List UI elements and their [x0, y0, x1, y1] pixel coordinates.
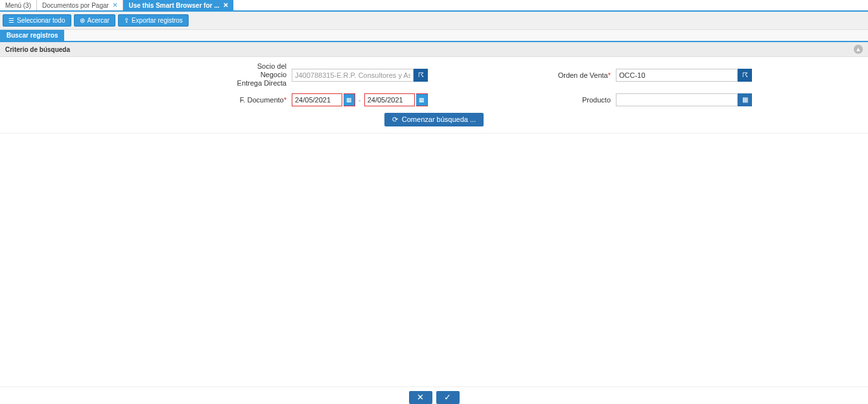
tab-docs-label: Documentos por Pagar: [42, 2, 109, 9]
select-all-button[interactable]: ☰ Seleccionar todo: [3, 14, 71, 27]
producto-lookup-button[interactable]: ▦: [738, 93, 752, 106]
tab-smart-browser[interactable]: Use this Smart Browser for ... ×: [123, 0, 233, 10]
tab-menu-label: Menú (3): [5, 2, 31, 9]
close-icon: ✕: [417, 392, 424, 402]
criteria-header: Criterio de búsqueda ▲: [0, 42, 868, 57]
orden-venta-field: ☈: [616, 69, 752, 82]
close-icon[interactable]: ×: [224, 2, 229, 8]
producto-field: ▦: [616, 93, 752, 106]
ok-button[interactable]: ✓: [436, 391, 460, 404]
tab-active-label: Use this Smart Browser for ...: [128, 2, 219, 9]
toolbar: ☰ Seleccionar todo ⊕ Acercar ⇪ Exportar …: [0, 12, 868, 30]
collapse-icon[interactable]: ▲: [854, 45, 863, 54]
date-to-picker-button[interactable]: ▦: [416, 93, 428, 106]
date-separator: -: [357, 96, 363, 104]
calendar-icon: ▦: [419, 97, 425, 103]
check-icon: ✓: [444, 392, 451, 402]
list-icon: ☰: [8, 17, 14, 24]
product-icon: ▦: [742, 96, 748, 103]
tab-menu[interactable]: Menú (3): [0, 0, 37, 10]
sub-tab-label: Buscar registros: [6, 32, 58, 39]
criteria-title: Criterio de búsqueda: [5, 46, 70, 53]
zoom-label: Acercar: [88, 17, 110, 24]
panel-tabs: Buscar registros: [0, 30, 868, 42]
refresh-icon: ⟳: [392, 115, 398, 124]
export-button[interactable]: ⇪ Exportar registros: [118, 14, 189, 27]
tab-buscar-registros[interactable]: Buscar registros: [0, 30, 64, 41]
window-tabs: Menú (3) Documentos por Pagar × Use this…: [0, 0, 868, 12]
calendar-icon: ▦: [346, 97, 352, 103]
socio-lookup-button[interactable]: ☈: [414, 69, 428, 82]
user-icon: ☈: [418, 71, 424, 78]
socio-negocio-label: Socio del Negocio Entrega Directa: [0, 62, 292, 88]
socio-negocio-input[interactable]: [292, 69, 414, 82]
tab-documentos-por-pagar[interactable]: Documentos por Pagar ×: [37, 0, 123, 10]
export-icon: ⇪: [124, 17, 129, 24]
footer-actions: ✕ ✓: [0, 386, 868, 404]
results-area: [0, 134, 868, 386]
f-documento-label: F. Documento*: [0, 96, 292, 104]
zoom-icon: ⊕: [80, 17, 85, 24]
select-all-label: Seleccionar todo: [17, 17, 65, 24]
cancel-button[interactable]: ✕: [409, 391, 432, 404]
producto-label: Producto: [447, 96, 616, 104]
export-label: Exportar registros: [132, 17, 183, 24]
producto-input[interactable]: [616, 93, 738, 106]
arrow-icon: ☈: [742, 71, 748, 78]
orden-venta-label: Orden de Venta*: [447, 71, 616, 79]
close-icon[interactable]: ×: [113, 2, 118, 8]
date-from-input[interactable]: [292, 93, 342, 106]
date-range-field: ▦ - ▦: [292, 93, 428, 106]
orden-venta-input[interactable]: [616, 69, 738, 82]
search-btn-label: Comenzar búsqueda ...: [402, 115, 476, 123]
search-criteria-form: Socio del Negocio Entrega Directa ☈ Orde…: [0, 57, 868, 134]
start-search-button[interactable]: ⟳ Comenzar búsqueda ...: [384, 113, 484, 126]
socio-negocio-field: ☈: [292, 69, 428, 82]
orden-lookup-button[interactable]: ☈: [738, 69, 752, 82]
zoom-button[interactable]: ⊕ Acercar: [74, 14, 115, 27]
date-to-input[interactable]: [364, 93, 415, 106]
date-from-picker-button[interactable]: ▦: [344, 93, 355, 106]
